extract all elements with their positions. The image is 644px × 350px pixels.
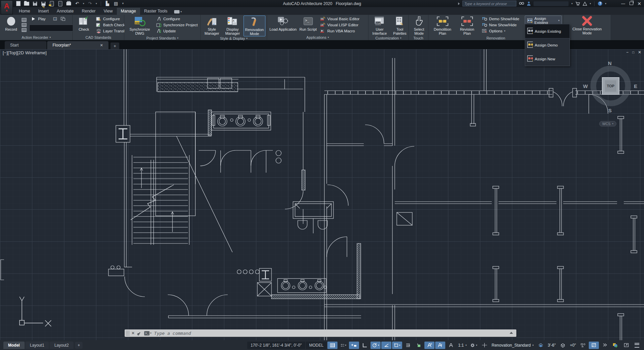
demolition-plan-button[interactable]: Demolition Plan	[430, 16, 455, 36]
isolate-objects-button[interactable]	[610, 342, 620, 349]
menu-item-assign-new[interactable]: Assign New	[525, 52, 570, 66]
polar-dropdown-icon[interactable]: ▾	[378, 344, 379, 347]
viewport-controls-label[interactable]: [−][Top][2D Wireframe]	[3, 50, 46, 55]
save-to-mobile-button[interactable]	[58, 1, 63, 6]
run-vba-macro-button[interactable]: Run VBA Macro	[319, 28, 361, 34]
synchronize-project-button[interactable]: Synchronize Project	[155, 22, 199, 28]
synchronize-dwg-button[interactable]: DWG Synchronize DWG	[126, 16, 154, 36]
grid-toggle-button[interactable]	[327, 342, 337, 349]
coordinates-readout[interactable]: 170'-2 1/8", 161'-4 3/4", 0'-0"	[247, 342, 305, 349]
application-menu-button[interactable]: A A	[1, 0, 13, 14]
menu-item-assign-existing[interactable]: Assign Existing	[525, 24, 570, 38]
annotation-scale-value[interactable]: 1:1▾	[457, 343, 468, 348]
clean-screen-button[interactable]	[621, 342, 631, 349]
load-application-button[interactable]: Load Application	[268, 16, 298, 34]
layout-tab-model[interactable]: Model	[3, 342, 25, 349]
a360-dropdown-icon[interactable]: ▾	[590, 1, 591, 6]
insert-base-point-icon[interactable]	[22, 28, 27, 32]
project-configure-button[interactable]: Configure	[155, 16, 199, 22]
user-interface-button[interactable]: CUI User Interface	[370, 16, 389, 36]
panel-label-action-recorder[interactable]: Action Recorder▾	[0, 34, 72, 40]
display-manager-button[interactable]: A Display Manager	[222, 16, 243, 36]
menu-item-assign-demo[interactable]: Assign Demo	[525, 38, 570, 52]
workspace-dropdown-icon[interactable]: ▾	[476, 344, 477, 347]
hatch-background-button[interactable]	[589, 342, 599, 349]
panel-label-customization[interactable]: Customization▾	[368, 36, 408, 40]
elevation-value[interactable]: 3'-6"	[546, 343, 557, 348]
viewport-restore-icon[interactable]: □	[632, 51, 634, 54]
visual-basic-editor-button[interactable]: VBA✎ Visual Basic Editor	[319, 16, 361, 22]
recent-commands-dropdown-icon[interactable]: ▾	[150, 332, 152, 334]
file-tab-start[interactable]: Start	[5, 41, 46, 49]
renovation-standard-selector[interactable]: Renovation_Standard▾	[490, 343, 535, 348]
selection-cycling-button[interactable]	[578, 342, 588, 349]
fade-control-button[interactable]	[600, 342, 610, 349]
tab-manage[interactable]: Manage	[117, 8, 140, 15]
close-window-button[interactable]: ✕	[637, 1, 642, 6]
properties-palette-button[interactable]: ▤	[113, 1, 119, 6]
snap-mode-button[interactable]: ▾	[338, 342, 348, 349]
command-history-up-icon[interactable]	[510, 332, 513, 334]
object-snap-button[interactable]: ▾	[392, 342, 402, 349]
panel-label-project-standards[interactable]: Project Standards▾	[124, 36, 200, 40]
command-grip-handle[interactable]	[126, 330, 130, 336]
sign-in-dropdown-icon[interactable]: ▾	[571, 1, 573, 6]
search-icon[interactable]	[519, 1, 524, 6]
viewcube-north[interactable]: N	[608, 60, 612, 66]
app-store-icon[interactable]	[575, 1, 580, 6]
layout-tab-layout1[interactable]: Layout1	[25, 342, 49, 349]
panel-label-cad-standards[interactable]: CAD Standards	[73, 34, 124, 40]
media-tab-button[interactable]: ▾	[174, 10, 182, 15]
insert-user-message-icon[interactable]	[22, 23, 27, 27]
viewport-minimize-icon[interactable]: −	[626, 50, 629, 55]
redo-dropdown-icon[interactable]: ▾	[96, 2, 97, 5]
crosshair-button[interactable]	[480, 342, 490, 349]
help-search-input[interactable]	[462, 1, 516, 6]
plot-button[interactable]	[66, 1, 71, 6]
run-script-button[interactable]: >_ Run Script	[298, 16, 318, 34]
ortho-mode-button[interactable]	[360, 342, 370, 349]
lineweight-button[interactable]	[403, 342, 413, 349]
new-show-hide-button[interactable]: New Show/Hide	[480, 22, 520, 28]
preference-icon[interactable]	[53, 16, 58, 21]
tool-palettes-button[interactable]: ✎ Tool Palettes	[390, 16, 410, 36]
undo-dropdown-icon[interactable]: ▾	[83, 2, 84, 5]
snap-dropdown-icon[interactable]: ▾	[345, 344, 347, 347]
help-dropdown-icon[interactable]: ▾	[605, 1, 606, 6]
layout-tab-layout2[interactable]: Layout2	[50, 342, 73, 349]
file-tab-floorplan[interactable]: Floorplan* ✕	[47, 41, 108, 49]
drawing-viewport[interactable]: [−][Top][2D Wireframe] − □ ✕	[0, 49, 644, 340]
viewcube-east[interactable]: E	[634, 83, 637, 89]
transparency-button[interactable]	[414, 342, 424, 349]
save-button[interactable]	[32, 1, 38, 6]
open-from-mobile-button[interactable]	[49, 1, 55, 6]
renovation-options-button[interactable]: ✎ Options ▾	[480, 28, 520, 34]
check-button[interactable]: ✓ Check	[74, 16, 94, 34]
update-standards-button[interactable]: Update	[155, 28, 199, 34]
elevation-offset-button[interactable]	[558, 342, 568, 349]
sheet-set-manager-button[interactable]: ▙	[105, 1, 110, 6]
search-expand-icon[interactable]	[458, 2, 460, 5]
revision-plan-button[interactable]: Revision Plan	[456, 16, 478, 36]
polar-tracking-button[interactable]: ▾	[371, 342, 381, 349]
autoscale-button[interactable]	[435, 342, 445, 349]
command-input[interactable]: Type a command	[154, 331, 191, 336]
renovation-mode-button[interactable]: Renovation Mode	[244, 16, 265, 36]
object-snap-tracking-button[interactable]	[381, 342, 391, 349]
new-layout-button[interactable]: +	[75, 342, 83, 349]
annotation-scale-button[interactable]	[446, 342, 456, 349]
tab-annotate[interactable]: Annotate	[53, 8, 78, 15]
close-file-tab-icon[interactable]: ✕	[100, 43, 103, 48]
viewcube-west[interactable]: W	[583, 83, 588, 89]
record-button[interactable]: Record	[1, 16, 21, 34]
tab-home[interactable]: Home	[15, 8, 34, 15]
tab-view[interactable]: View	[100, 8, 117, 15]
customize-statusbar-button[interactable]	[632, 342, 642, 349]
annotation-visibility-button[interactable]	[424, 342, 434, 349]
viewcube-top-face[interactable]: TOP	[602, 77, 619, 95]
command-wrench-icon[interactable]	[137, 331, 141, 336]
panel-label-applications[interactable]: Applications▾	[267, 34, 368, 40]
panel-label-touch[interactable]: Touch	[409, 36, 428, 40]
style-manager-button[interactable]: ⇄ Style Manager	[202, 16, 222, 36]
save-as-button[interactable]	[41, 1, 46, 6]
